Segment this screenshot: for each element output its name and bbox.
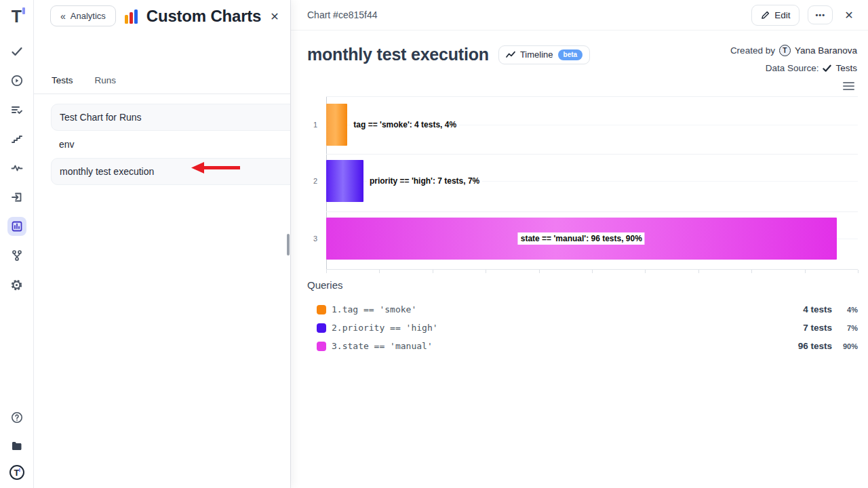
query-text: 3.state == 'manual' — [332, 341, 433, 351]
x-axis-tick — [698, 270, 699, 273]
chevron-double-left-icon: « — [60, 12, 66, 21]
beta-badge: beta — [558, 49, 583, 60]
app-logo[interactable]: T — [12, 7, 22, 26]
chart-meta: Created by T Yana Baranova Data Source: … — [730, 43, 857, 78]
data-source-value: Tests — [835, 63, 857, 73]
import-icon[interactable] — [7, 188, 26, 207]
back-to-analytics-button[interactable]: « Analytics — [50, 5, 116, 26]
x-axis-tick — [858, 270, 859, 273]
y-axis-tick-label: 2 — [310, 177, 321, 185]
runs-play-circle-icon[interactable] — [7, 71, 26, 90]
query-text: 1.tag == 'smoke' — [332, 304, 416, 314]
timeline-label: Timeline — [520, 49, 553, 60]
drawer-title: Custom Charts — [146, 7, 261, 26]
list-item-monthly-test-execution[interactable]: monthly test execution — [51, 158, 290, 185]
query-tests-count: 4 tests — [803, 304, 832, 314]
queries-section: Queries 1.tag == 'smoke' 4 tests4% 2.pri… — [307, 279, 858, 355]
chart-bar[interactable] — [326, 104, 347, 146]
tab-tests[interactable]: Tests — [50, 70, 75, 94]
query-text: 2.priority == 'high' — [332, 323, 438, 333]
bar-value-label: priority == 'high': 7 tests, 7% — [367, 175, 482, 187]
creator-avatar[interactable]: T — [779, 45, 791, 56]
x-axis-tick — [592, 270, 593, 273]
query-legend-row[interactable]: 1.tag == 'smoke' 4 tests4% — [307, 300, 858, 319]
edit-button[interactable]: Edit — [751, 5, 800, 26]
creator-name: Yana Baranova — [795, 45, 857, 56]
x-axis-tick — [379, 270, 380, 273]
chart-menu-hamburger-icon[interactable] — [843, 80, 854, 92]
bar-value-label: state == 'manual': 96 tests, 90% — [518, 232, 645, 245]
git-branch-icon[interactable] — [7, 246, 26, 265]
timeline-toggle-button[interactable]: Timeline beta — [498, 45, 590, 64]
account-logo-circle[interactable]: T — [9, 465, 24, 480]
tab-runs[interactable]: Runs — [94, 70, 118, 94]
tests-check-icon[interactable] — [7, 42, 26, 61]
bar-value-label: tag == 'smoke': 4 tests, 4% — [351, 119, 459, 131]
projects-folder-icon[interactable] — [7, 436, 26, 455]
query-percent: 90% — [832, 342, 858, 350]
query-tests-count: 7 tests — [803, 323, 832, 333]
milestones-stairs-icon[interactable] — [7, 129, 26, 148]
query-color-swatch — [317, 323, 326, 333]
pencil-icon — [761, 11, 770, 20]
query-tests-count: 96 tests — [798, 341, 832, 351]
logo-accent — [22, 7, 25, 14]
y-axis-tick-label: 1 — [310, 121, 321, 129]
x-axis-tick — [433, 270, 433, 273]
drawer-tabs: Tests Runs — [34, 70, 290, 94]
gridline — [326, 154, 858, 155]
chart-detail-panel: Chart #ce815f44 Edit ••• ✕ monthly test … — [290, 0, 868, 488]
query-percent: 4% — [832, 306, 858, 314]
panel-header-title: Chart #ce815f44 — [307, 9, 378, 20]
icon-rail: T — [0, 0, 34, 488]
drawer-close-icon[interactable]: ✕ — [267, 9, 282, 24]
query-percent: 7% — [832, 324, 858, 332]
check-icon — [823, 64, 831, 73]
help-circle-icon[interactable] — [7, 408, 26, 427]
chart-plot-area: tag == 'smoke': 4 tests, 4%priority == '… — [326, 95, 858, 273]
gridline — [326, 211, 858, 212]
created-by-label: Created by — [730, 45, 775, 56]
drawer-scrollbar-thumb[interactable] — [287, 234, 290, 256]
chart-bar[interactable] — [326, 160, 363, 202]
list-item-test-chart-for-runs[interactable]: Test Chart for Runs — [51, 104, 290, 131]
custom-charts-icon — [125, 9, 138, 24]
data-source-label: Data Source: — [766, 63, 819, 73]
settings-gear-icon[interactable] — [7, 275, 26, 294]
panel-close-icon[interactable]: ✕ — [841, 7, 857, 23]
back-button-label: Analytics — [71, 11, 106, 21]
query-legend-row[interactable]: 2.priority == 'high' 7 tests7% — [307, 319, 858, 337]
query-color-swatch — [317, 342, 326, 351]
chart-title: monthly test execution — [307, 45, 489, 64]
red-annotation-arrow — [191, 161, 242, 175]
bar-chart: 123 tag == 'smoke': 4 tests, 4%priority … — [307, 95, 858, 273]
test-plans-list-check-icon[interactable] — [7, 100, 26, 119]
x-axis-tick — [645, 270, 646, 273]
custom-charts-drawer: « Analytics Custom Charts ✕ Tests Runs T… — [34, 0, 290, 488]
pulse-activity-icon[interactable] — [7, 159, 26, 178]
queries-heading: Queries — [307, 279, 858, 291]
x-axis-tick — [486, 270, 486, 273]
edit-button-label: Edit — [774, 10, 790, 20]
more-options-button[interactable]: ••• — [808, 5, 833, 24]
query-color-swatch — [317, 305, 326, 314]
analytics-bar-chart-icon[interactable] — [7, 217, 26, 236]
gridline — [326, 96, 858, 97]
x-axis-tick — [805, 270, 806, 273]
chart-list: Test Chart for Runs env monthly test exe… — [51, 104, 290, 185]
x-axis-tick — [751, 270, 752, 273]
query-legend-row[interactable]: 3.state == 'manual' 96 tests90% — [307, 337, 858, 355]
ellipsis-icon: ••• — [815, 11, 825, 19]
y-axis-tick-label: 3 — [310, 235, 321, 243]
list-item-env[interactable]: env — [51, 131, 290, 158]
trend-zigzag-icon — [506, 51, 515, 58]
x-axis-tick — [326, 270, 327, 273]
x-axis-tick — [539, 270, 540, 273]
